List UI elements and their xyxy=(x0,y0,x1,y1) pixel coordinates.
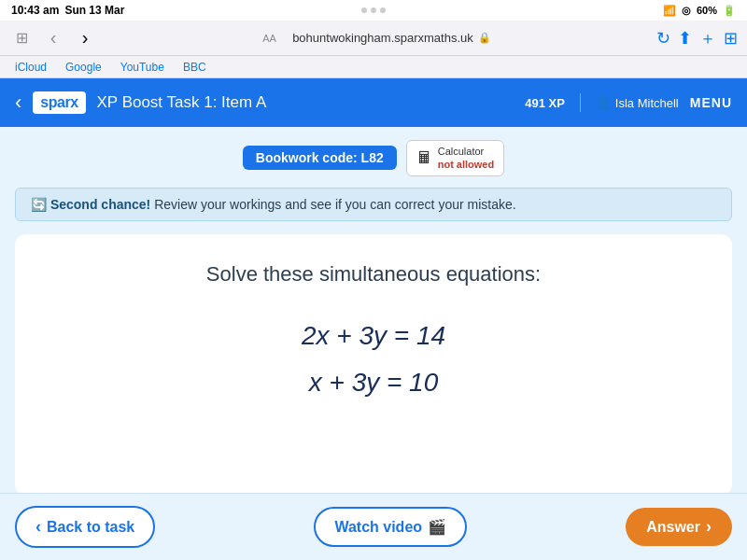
xp-badge: 491 XP xyxy=(525,96,565,110)
bookwork-row: Bookwork code: L82 🖩 Calculator not allo… xyxy=(15,140,732,176)
bookmarks-bar: iCloud Google YouTube BBC xyxy=(0,56,747,78)
app-back-button[interactable]: ‹ xyxy=(15,91,21,115)
share-button[interactable]: ⬆ xyxy=(678,28,692,49)
tabs-button[interactable]: ⊞ xyxy=(724,28,738,49)
task-title: XP Boost Task 1: Item A xyxy=(97,93,514,112)
forward-button[interactable]: › xyxy=(73,26,97,50)
reload-button[interactable]: ↻ xyxy=(656,28,670,49)
bookmark-icloud[interactable]: iCloud xyxy=(15,61,47,74)
bookmark-youtube[interactable]: YouTube xyxy=(120,61,164,74)
battery: 60% xyxy=(697,5,717,16)
user-icon: 👤 xyxy=(596,96,611,110)
bookmark-google[interactable]: Google xyxy=(65,61,102,74)
bookmark-bbc[interactable]: BBC xyxy=(183,61,206,74)
new-tab-button[interactable]: ＋ xyxy=(699,27,716,49)
address-bar[interactable]: AA bohuntwokingham.sparxmaths.uk 🔒 xyxy=(262,31,491,45)
wifi-icon: 📶 xyxy=(663,5,676,17)
answer-chevron-icon: › xyxy=(706,517,712,537)
sparx-logo: sparx xyxy=(33,91,85,114)
calculator-label: Calculator xyxy=(438,145,495,158)
back-chevron-icon: ‹ xyxy=(35,517,41,537)
calculator-badge: 🖩 Calculator not allowed xyxy=(406,140,505,176)
date: Sun 13 Mar xyxy=(64,4,124,17)
second-chance-message: Review your workings and see if you can … xyxy=(150,197,515,212)
equation-2: x + 3y = 10 xyxy=(302,359,445,406)
bookwork-badge: Bookwork code: L82 xyxy=(243,146,397,170)
back-to-task-button[interactable]: ‹ Back to task xyxy=(15,506,155,548)
back-button[interactable]: ‹ xyxy=(41,26,65,50)
app-header: ‹ sparx XP Boost Task 1: Item A 491 XP 👤… xyxy=(0,78,747,127)
refresh-icon: 🔄 xyxy=(31,197,47,212)
answer-button[interactable]: Answer › xyxy=(626,508,732,546)
question-card: Solve these simultaneous equations: 2x +… xyxy=(15,234,732,496)
time: 10:43 am xyxy=(11,4,59,17)
battery-icon: 🔋 xyxy=(723,5,736,17)
user-name: Isla Mitchell xyxy=(615,96,679,110)
calculator-icon: 🖩 xyxy=(416,148,433,168)
second-chance-bar: 🔄 Second chance! Review your workings an… xyxy=(15,188,732,221)
equation-1: 2x + 3y = 14 xyxy=(302,313,445,359)
second-chance-prefix: Second chance! xyxy=(50,197,150,212)
browser-bar: ⊞ ‹ › AA bohuntwokingham.sparxmaths.uk 🔒… xyxy=(0,21,747,56)
sidebar-toggle-button[interactable]: ⊞ xyxy=(9,26,34,50)
calculator-not-allowed: not allowed xyxy=(438,158,495,171)
question-prompt: Solve these simultaneous equations: xyxy=(206,262,541,287)
main-content: Bookwork code: L82 🖩 Calculator not allo… xyxy=(0,127,747,493)
video-icon: 🎬 xyxy=(428,518,446,536)
location-icon: ◎ xyxy=(682,5,691,17)
menu-button[interactable]: MENU xyxy=(690,95,732,110)
watch-video-button[interactable]: Watch video 🎬 xyxy=(314,507,467,547)
status-bar: 10:43 am Sun 13 Mar 📶 ◎ 60% 🔋 xyxy=(0,0,747,21)
bottom-bar: ‹ Back to task Watch video 🎬 Answer › xyxy=(0,493,747,560)
equations: 2x + 3y = 14 x + 3y = 10 xyxy=(302,313,445,407)
user-info: 👤 Isla Mitchell xyxy=(596,96,679,110)
